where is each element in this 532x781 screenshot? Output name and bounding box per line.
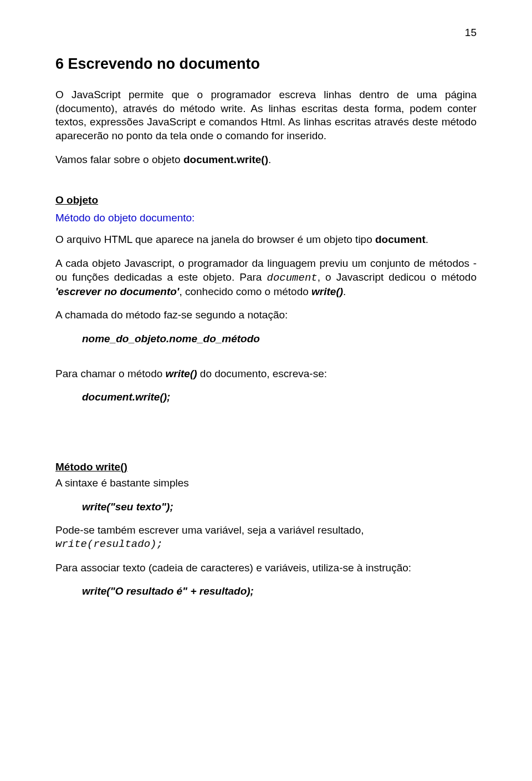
paragraph-associar: Para associar texto (cadeia de caractere…	[55, 561, 477, 575]
paragraph-chamada: A chamada do método faz-se segundo a not…	[55, 308, 477, 322]
page-number: 15	[55, 27, 477, 39]
indent-nome-objeto: nome_do_objeto.nome_do_método	[82, 332, 477, 346]
text: .	[268, 154, 271, 165]
indent-document-write: document.write();	[82, 390, 477, 404]
text: O arquivo HTML que aparece na janela do …	[55, 234, 375, 245]
paragraph-html-document: O arquivo HTML que aparece na janela do …	[55, 233, 477, 247]
mono-document: document	[267, 272, 318, 284]
indent-write-texto: write("seu texto");	[82, 500, 477, 514]
text: .	[343, 286, 346, 297]
heading-1: 6 Escrevendo no documento	[55, 55, 477, 73]
bold-italic-write2: write()	[166, 368, 197, 379]
mono-write-resultado: write(resultado);	[55, 537, 477, 551]
text: do documento, escreva-se:	[197, 368, 327, 379]
bold-italic-escrever: 'escrever no documento'	[55, 286, 179, 297]
blue-metodo: Método do objeto documento:	[55, 212, 477, 224]
text: Vamos falar sobre o objeto	[55, 154, 183, 165]
bold-italic-write: write()	[311, 286, 343, 297]
paragraph-sintaxe: A sintaxe é bastante simples	[55, 476, 477, 490]
paragraph-metodos: A cada objeto Javascript, o programador …	[55, 257, 477, 298]
paragraph-variavel: Pode-se também escrever uma variável, se…	[55, 524, 477, 537]
subhead-metodo-write: Método write()	[55, 461, 477, 473]
bold-document: document	[375, 234, 426, 245]
bold-document-write: document.write()	[183, 154, 268, 165]
subhead-o-objeto: O objeto	[55, 194, 477, 206]
text: , o Javascript dedicou o método	[318, 271, 477, 283]
text: , conhecido como o método	[179, 286, 311, 297]
paragraph-intro: O JavaScript permite que o programador e…	[55, 88, 477, 143]
text: Para chamar o método	[55, 368, 166, 379]
document-page: 15 6 Escrevendo no documento O JavaScrip…	[0, 0, 532, 642]
indent-write-resultado: write("O resultado é" + resultado);	[82, 585, 477, 599]
paragraph-document-write: Vamos falar sobre o objeto document.writ…	[55, 153, 477, 167]
paragraph-chamar-write: Para chamar o método write() do document…	[55, 367, 477, 381]
text: .	[426, 234, 428, 245]
